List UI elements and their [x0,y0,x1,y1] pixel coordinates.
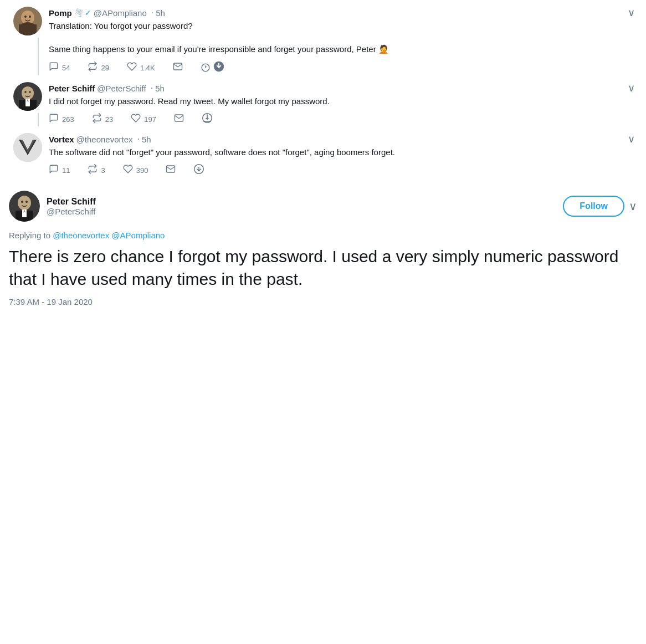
tweet-time-pomp: 5h [156,8,165,18]
reply-icon-peter1 [49,113,59,126]
retweet-count-vortex: 3 [101,166,105,175]
dm-btn-peter1[interactable] [174,113,184,126]
svg-point-3 [29,16,31,18]
svg-point-2 [24,16,27,18]
like-count-vortex: 390 [136,166,148,175]
avatar-col-vortex [9,133,47,177]
replying-to-mention-2[interactable]: @APompliano [111,231,165,240]
tweet-content-peter1: Peter Schiff @PeterSchiff · 5h ∨ I did n… [47,82,637,126]
svg-point-22 [25,201,28,203]
share-icon-peter1 [202,113,213,126]
svg-point-7 [22,86,34,100]
more-chevron-vortex[interactable]: ∨ [626,133,637,145]
reply-count-vortex: 11 [62,166,70,175]
dot-sep-vortex: · [137,134,140,144]
more-chevron-peter1[interactable]: ∨ [626,82,637,94]
like-btn-vortex[interactable]: 390 [123,164,148,177]
avatar-vortex [13,133,42,162]
reply-icon-vortex [49,164,59,177]
tweet-item-vortex: Vortex @theonevortex · 5h ∨ The software… [9,133,637,184]
svg-point-21 [21,201,23,203]
more-chevron-pomp[interactable]: ∨ [626,7,637,19]
reply-count-peter1: 263 [62,115,74,124]
tweet-thread: Pomp 🌪️ ✓ @APompliano · 5h ∨ Translation… [0,0,646,315]
tweet-header-pomp: Pomp 🌪️ ✓ @APompliano · 5h ∨ [49,7,637,19]
share-btn-vortex[interactable] [193,163,204,177]
tweet-content-vortex: Vortex @theonevortex · 5h ∨ The software… [47,133,637,177]
retweet-count-pomp: 29 [101,64,109,72]
tweet-body-vortex: The software did not "forget" your passw… [49,146,637,158]
tweet-body-pomp: Translation: You forgot your password? S… [49,20,637,55]
tweet-item-pomp: Pomp 🌪️ ✓ @APompliano · 5h ∨ Translation… [9,7,637,82]
share-btn-peter1[interactable] [202,113,213,126]
tweet-item-peter1: Peter Schiff @PeterSchiff · 5h ∨ I did n… [9,82,637,133]
reply-icon-pomp [49,62,59,74]
tweet-actions-pomp: 54 29 1.4K [49,60,637,75]
like-btn-pomp[interactable]: 1.4K [127,62,155,74]
avatar-peter1 [13,82,42,111]
dm-icon-peter1 [174,113,184,126]
svg-point-8 [24,91,27,93]
tweet-actions-vortex: 11 3 390 [49,163,637,177]
follow-card: Peter Schiff @PeterSchiff Follow ∨ [9,184,637,226]
share-icon-pomp [201,60,225,75]
follow-card-info: Peter Schiff @PeterSchiff [47,197,563,216]
svg-rect-5 [19,24,37,35]
retweet-btn-vortex[interactable]: 3 [88,164,105,177]
dm-btn-pomp[interactable] [173,62,183,74]
main-tweet-text: There is zero chance I forgot my passwor… [0,246,646,290]
tweet-body-peter1: I did not forget my password. Read my tw… [49,95,637,107]
tweet-header-peter1: Peter Schiff @PeterSchiff · 5h ∨ [49,82,637,94]
follow-card-name: Peter Schiff [47,197,563,207]
avatar-col-peter1 [9,82,47,126]
tweet-header-vortex: Vortex @theonevortex · 5h ∨ [49,133,637,145]
reply-btn-peter1[interactable]: 263 [49,113,74,126]
tweet-actions-peter1: 263 23 197 [49,113,637,126]
verified-icon-pomp: ✓ [85,8,91,17]
follow-card-more[interactable]: ∨ [629,200,637,213]
like-count-pomp: 1.4K [140,64,155,72]
pomp-tornado-emoji: 🌪️ [74,8,84,17]
share-btn-pomp[interactable] [201,60,225,75]
reply-btn-pomp[interactable]: 54 [49,62,70,74]
tweet-name-pomp: Pomp [49,8,72,18]
tweet-timestamp: 7:39 AM - 19 Jan 2020 [0,297,646,315]
avatar-col-pomp [9,7,47,75]
tweet-handle-peter1: @PeterSchiff [97,84,146,93]
avatar-pomp [13,7,42,35]
retweet-icon-peter1 [92,113,102,126]
reply-count-pomp: 54 [62,64,70,72]
like-btn-peter1[interactable]: 197 [131,113,156,126]
reply-btn-vortex[interactable]: 11 [49,164,70,177]
replying-to-label: Replying to [9,231,50,240]
avatar-follow-peter [9,191,40,222]
tweet-content-pomp: Pomp 🌪️ ✓ @APompliano · 5h ∨ Translation… [47,7,637,75]
dot-sep-peter1: · [151,83,153,93]
svg-point-20 [18,196,31,210]
dm-icon-vortex [166,164,176,177]
svg-point-9 [29,91,31,93]
retweet-icon-pomp [88,62,98,74]
retweet-btn-peter1[interactable]: 23 [92,113,113,126]
like-icon-peter1 [131,113,141,126]
dot-sep-pomp: · [151,8,153,18]
tweet-body-line1-pomp: Translation: You forgot your password? [49,21,193,30]
follow-button[interactable]: Follow [563,196,624,217]
tweet-name-vortex: Vortex [49,135,74,144]
tweet-time-vortex: 5h [142,135,151,144]
dm-btn-vortex[interactable] [166,164,176,177]
tweet-handle-vortex: @theonevortex [76,135,133,144]
share-icon-vortex [193,163,204,177]
follow-card-handle: @PeterSchiff [47,207,563,216]
replying-to-mention-1[interactable]: @theonevortex [53,231,109,240]
like-icon-pomp [127,62,137,74]
retweet-count-peter1: 23 [105,115,113,124]
retweet-icon-vortex [88,164,98,177]
tweet-time-peter1: 5h [155,84,165,93]
tweet-list: Pomp 🌪️ ✓ @APompliano · 5h ∨ Translation… [0,0,646,226]
retweet-btn-pomp[interactable]: 29 [88,62,109,74]
tweet-body-line2-pomp: Same thing happens to your email if you'… [49,44,389,54]
tweet-name-peter1: Peter Schiff [49,84,95,93]
tweet-handle-pomp: @APompliano [94,8,147,18]
svg-rect-14 [13,133,42,162]
